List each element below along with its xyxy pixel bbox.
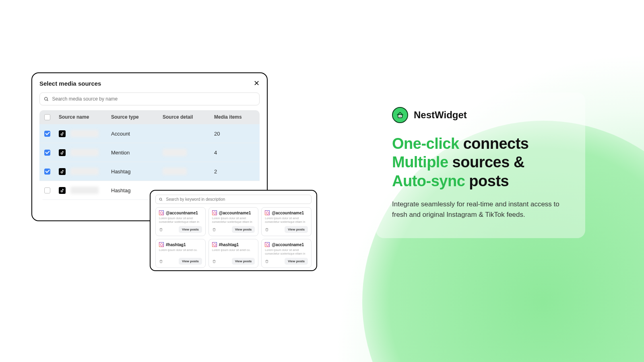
source-type-cell: Account <box>111 131 163 137</box>
sources-table-header: Source name Source type Source detail Me… <box>39 110 260 124</box>
sources-table: Source name Source type Source detail Me… <box>39 110 260 200</box>
svg-line-3 <box>161 200 162 201</box>
card-handle: @accountname1 <box>219 211 251 215</box>
tiktok-icon <box>59 130 66 137</box>
instagram-icon <box>265 210 270 215</box>
table-row[interactable]: Mention 4 <box>39 143 260 162</box>
source-card: @accountname1 Lorem ipsum dolor sit amet… <box>261 239 312 268</box>
card-description: Lorem ipsum dolor sit amet consectetur s… <box>159 216 202 224</box>
source-detail-blurred <box>163 168 187 175</box>
trash-icon[interactable] <box>265 259 269 263</box>
search-media-source-input[interactable] <box>52 96 256 102</box>
header-source-name: Source name <box>59 114 111 120</box>
view-posts-button[interactable]: View posts <box>232 226 255 233</box>
promo-panel: NestWidget One-click connects Multiple s… <box>376 93 585 238</box>
media-items-cell: 20 <box>214 131 255 137</box>
source-name-blurred <box>70 187 99 194</box>
view-posts-button[interactable]: View posts <box>232 258 255 265</box>
view-posts-button[interactable]: View posts <box>179 258 202 265</box>
svg-line-1 <box>47 100 48 101</box>
table-row[interactable]: Account 20 <box>39 124 260 143</box>
row-checkbox[interactable] <box>44 150 50 156</box>
tiktok-icon <box>59 168 66 175</box>
source-card: @accountname1 Lorem ipsum dolor sit amet… <box>155 207 206 236</box>
card-description: Lorem ipsum dolor sit amet consectetur s… <box>212 216 255 224</box>
view-posts-button[interactable]: View posts <box>179 226 202 233</box>
trash-icon[interactable] <box>265 228 269 232</box>
search-icon <box>159 197 163 202</box>
select-all-checkbox[interactable] <box>44 114 50 120</box>
card-handle: @accountname1 <box>166 211 198 215</box>
media-items-cell: 2 <box>214 169 255 175</box>
modal-title: Select media sources <box>39 80 101 87</box>
instagram-icon <box>159 242 164 247</box>
search-posts-bar[interactable] <box>155 195 312 204</box>
table-row[interactable]: Hashtag 2 <box>39 162 260 181</box>
trash-icon[interactable] <box>212 259 216 263</box>
view-posts-button[interactable]: View posts <box>285 226 308 233</box>
row-checkbox[interactable] <box>44 187 50 193</box>
card-description: Lorem ipsum dolor sit amet consectetur s… <box>265 248 308 255</box>
instagram-icon <box>159 210 164 215</box>
card-description: Lorem ipsum dolor sit amet consectetur s… <box>265 216 308 224</box>
instagram-icon <box>212 210 217 215</box>
promo-subtitle: Integrate seamlessly for real-time and i… <box>392 199 569 220</box>
instagram-icon <box>212 242 217 247</box>
source-card: @accountname1 Lorem ipsum dolor sit amet… <box>208 207 259 236</box>
search-icon <box>44 97 49 102</box>
source-name-blurred <box>70 130 99 137</box>
trash-icon[interactable] <box>159 259 163 263</box>
source-detail-blurred <box>163 149 187 156</box>
tiktok-icon <box>59 149 66 156</box>
instagram-icon <box>265 242 270 247</box>
card-handle: #hashtag1 <box>219 243 239 247</box>
promo-headline: One-click connects Multiple sources & Au… <box>392 134 569 190</box>
card-handle: @accountname1 <box>272 211 304 215</box>
header-source-detail: Source detail <box>163 114 214 120</box>
svg-point-2 <box>159 198 162 200</box>
source-name-blurred <box>70 168 99 175</box>
source-card: @accountname1 Lorem ipsum dolor sit amet… <box>261 207 312 236</box>
trash-icon[interactable] <box>212 228 216 232</box>
view-posts-button[interactable]: View posts <box>285 258 308 265</box>
search-posts-input[interactable] <box>166 197 308 202</box>
row-checkbox[interactable] <box>44 131 50 137</box>
header-source-type: Source type <box>111 114 163 120</box>
card-description: Lorem ipsum dolor sit amet co. <box>212 248 255 255</box>
svg-point-0 <box>45 97 47 100</box>
card-handle: #hashtag1 <box>166 243 186 247</box>
header-media-items: Media items <box>214 114 255 120</box>
brand-name: NestWidget <box>414 109 467 121</box>
posts-panel: @accountname1 Lorem ipsum dolor sit amet… <box>150 190 317 271</box>
tiktok-icon <box>59 187 66 194</box>
search-media-source-bar[interactable] <box>39 93 260 105</box>
source-card: #hashtag1 Lorem ipsum dolor sit amet co.… <box>155 239 206 268</box>
card-handle: @accountname1 <box>272 243 304 247</box>
row-checkbox[interactable] <box>44 169 50 175</box>
brand-logo-icon <box>392 107 408 123</box>
source-type-cell: Hashtag <box>111 169 163 175</box>
media-items-cell: 4 <box>214 150 255 156</box>
close-icon[interactable]: ✕ <box>254 80 260 87</box>
source-name-blurred <box>70 149 99 156</box>
source-card: #hashtag1 Lorem ipsum dolor sit amet co.… <box>208 239 259 268</box>
trash-icon[interactable] <box>159 228 163 232</box>
card-description: Lorem ipsum dolor sit amet co. <box>159 248 202 255</box>
source-type-cell: Mention <box>111 150 163 156</box>
